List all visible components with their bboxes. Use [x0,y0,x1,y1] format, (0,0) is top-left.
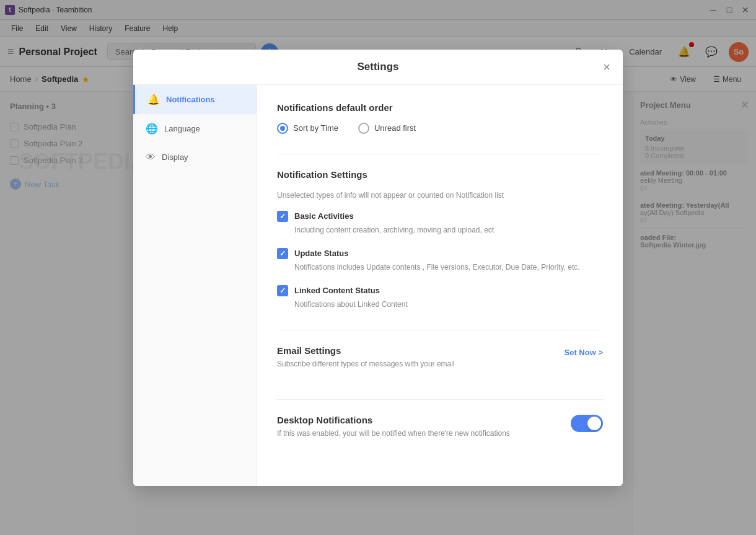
bell-icon: 🔔 [147,94,160,105]
update-status-label: Update Status [294,249,348,258]
modal-overlay[interactable]: Settings × 🔔 Notifications 🌐 Language 👁 … [0,0,756,535]
desktop-notifications-toggle[interactable] [571,415,603,432]
unread-first-radio[interactable] [358,123,369,134]
modal-header: Settings × [133,50,623,85]
notification-settings-title: Notification Settings [277,169,603,180]
divider-3 [277,399,603,400]
settings-sidebar: 🔔 Notifications 🌐 Language 👁 Display [133,85,257,486]
unread-first-label: Unread first [374,123,416,133]
basic-activities-item: Basic Activities Including content creat… [277,211,603,236]
desktop-notifications-section: Desktop Notifications If this was enable… [277,415,603,449]
notification-settings-section: Notification Settings Unselected types o… [277,169,603,310]
modal-body: 🔔 Notifications 🌐 Language 👁 Display Not… [133,85,623,486]
linked-content-item: Linked Content Status Notifications abou… [277,285,603,310]
display-icon: 👁 [146,152,156,163]
email-settings-row: Email Settings Subscribe different types… [277,345,603,379]
basic-activities-label: Basic Activities [294,211,354,221]
desktop-notifications-left: Desktop Notifications If this was enable… [277,415,510,449]
language-label: Language [164,124,200,133]
linked-content-label: Linked Content Status [294,286,380,295]
unread-first-option[interactable]: Unread first [358,123,416,134]
basic-activities-checkbox[interactable] [277,211,288,222]
display-label: Display [162,153,188,162]
linked-content-checkbox[interactable] [277,285,288,296]
notifications-order-title: Notifications default order [277,102,603,113]
notification-settings-desc: Unselected types of info will not appear… [277,190,603,201]
modal-close-button[interactable]: × [603,61,610,73]
modal-title: Settings [357,61,398,73]
divider-2 [277,330,603,330]
update-status-item: Update Status Notifications includes Upd… [277,248,603,273]
sort-by-time-label: Sort by Time [293,123,338,133]
email-settings-left: Email Settings Subscribe different types… [277,345,455,379]
sidebar-item-language[interactable]: 🌐 Language [133,114,257,143]
email-settings-title: Email Settings [277,345,455,356]
linked-content-row: Linked Content Status [277,285,603,296]
email-settings-section: Email Settings Subscribe different types… [277,345,603,379]
language-icon: 🌐 [146,123,158,135]
notifications-order-section: Notifications default order Sort by Time… [277,102,603,134]
desktop-notifications-row: Desktop Notifications If this was enable… [277,415,603,449]
set-now-link[interactable]: Set Now > [565,348,604,357]
basic-activities-row: Basic Activities [277,211,603,222]
sidebar-item-notifications[interactable]: 🔔 Notifications [133,85,257,114]
update-status-checkbox[interactable] [277,248,288,259]
email-settings-desc: Subscribe different types of messages wi… [277,358,455,369]
sidebar-item-display[interactable]: 👁 Display [133,143,257,172]
linked-content-desc: Notifications about Linked Content [277,299,603,310]
desktop-notifications-desc: If this was enabled, your will be notifi… [277,428,510,439]
update-status-row: Update Status [277,248,603,259]
update-status-desc: Notifications includes Update contents ,… [277,262,603,273]
toggle-knob [587,417,601,430]
notifications-order-radio-group: Sort by Time Unread first [277,123,603,134]
sort-by-time-option[interactable]: Sort by Time [277,123,338,134]
notifications-label: Notifications [166,95,215,104]
divider-1 [277,154,603,154]
settings-modal: Settings × 🔔 Notifications 🌐 Language 👁 … [133,50,623,486]
basic-activities-desc: Including content creation, archiving, m… [277,224,603,236]
desktop-notifications-title: Desktop Notifications [277,415,510,425]
sort-by-time-radio[interactable] [277,123,288,134]
settings-content: Notifications default order Sort by Time… [257,85,623,486]
